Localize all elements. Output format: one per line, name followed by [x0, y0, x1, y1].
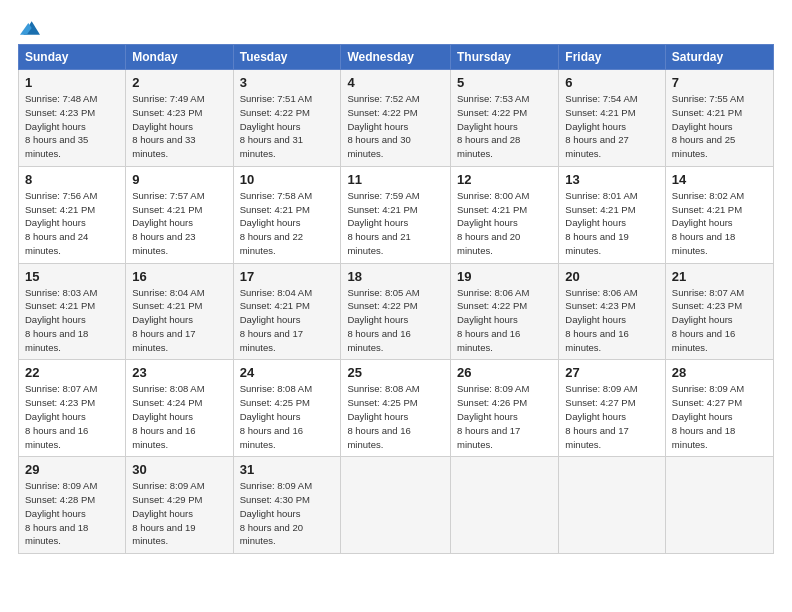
calendar-week-3: 15Sunrise: 8:03 AMSunset: 4:21 PMDayligh…	[19, 263, 774, 360]
calendar-week-4: 22Sunrise: 8:07 AMSunset: 4:23 PMDayligh…	[19, 360, 774, 457]
day-number: 24	[240, 365, 335, 380]
day-number: 28	[672, 365, 767, 380]
day-info: Sunrise: 8:08 AMSunset: 4:25 PMDaylight …	[347, 382, 444, 451]
day-info: Sunrise: 7:51 AMSunset: 4:22 PMDaylight …	[240, 92, 335, 161]
day-number: 25	[347, 365, 444, 380]
day-number: 8	[25, 172, 119, 187]
empty-cell	[665, 457, 773, 554]
calendar-day-12: 12Sunrise: 8:00 AMSunset: 4:21 PMDayligh…	[451, 166, 559, 263]
day-number: 5	[457, 75, 552, 90]
calendar-day-7: 7Sunrise: 7:55 AMSunset: 4:21 PMDaylight…	[665, 70, 773, 167]
page: SundayMondayTuesdayWednesdayThursdayFrid…	[0, 0, 792, 612]
header	[18, 18, 774, 34]
day-info: Sunrise: 8:09 AMSunset: 4:30 PMDaylight …	[240, 479, 335, 548]
day-info: Sunrise: 8:08 AMSunset: 4:25 PMDaylight …	[240, 382, 335, 451]
day-number: 29	[25, 462, 119, 477]
calendar-week-5: 29Sunrise: 8:09 AMSunset: 4:28 PMDayligh…	[19, 457, 774, 554]
col-header-monday: Monday	[126, 45, 233, 70]
day-info: Sunrise: 7:49 AMSunset: 4:23 PMDaylight …	[132, 92, 226, 161]
calendar-day-4: 4Sunrise: 7:52 AMSunset: 4:22 PMDaylight…	[341, 70, 451, 167]
col-header-sunday: Sunday	[19, 45, 126, 70]
day-info: Sunrise: 8:09 AMSunset: 4:29 PMDaylight …	[132, 479, 226, 548]
day-info: Sunrise: 8:06 AMSunset: 4:22 PMDaylight …	[457, 286, 552, 355]
calendar-day-23: 23Sunrise: 8:08 AMSunset: 4:24 PMDayligh…	[126, 360, 233, 457]
calendar-day-15: 15Sunrise: 8:03 AMSunset: 4:21 PMDayligh…	[19, 263, 126, 360]
col-header-friday: Friday	[559, 45, 666, 70]
calendar-day-29: 29Sunrise: 8:09 AMSunset: 4:28 PMDayligh…	[19, 457, 126, 554]
day-number: 20	[565, 269, 659, 284]
calendar-day-11: 11Sunrise: 7:59 AMSunset: 4:21 PMDayligh…	[341, 166, 451, 263]
day-info: Sunrise: 8:05 AMSunset: 4:22 PMDaylight …	[347, 286, 444, 355]
day-number: 6	[565, 75, 659, 90]
calendar: SundayMondayTuesdayWednesdayThursdayFrid…	[18, 44, 774, 554]
day-info: Sunrise: 7:52 AMSunset: 4:22 PMDaylight …	[347, 92, 444, 161]
day-number: 4	[347, 75, 444, 90]
empty-cell	[341, 457, 451, 554]
day-info: Sunrise: 7:54 AMSunset: 4:21 PMDaylight …	[565, 92, 659, 161]
day-number: 27	[565, 365, 659, 380]
logo-icon	[20, 18, 40, 38]
day-number: 23	[132, 365, 226, 380]
col-header-thursday: Thursday	[451, 45, 559, 70]
day-number: 21	[672, 269, 767, 284]
day-number: 11	[347, 172, 444, 187]
day-number: 22	[25, 365, 119, 380]
day-info: Sunrise: 8:01 AMSunset: 4:21 PMDaylight …	[565, 189, 659, 258]
day-info: Sunrise: 8:04 AMSunset: 4:21 PMDaylight …	[240, 286, 335, 355]
calendar-day-3: 3Sunrise: 7:51 AMSunset: 4:22 PMDaylight…	[233, 70, 341, 167]
calendar-day-9: 9Sunrise: 7:57 AMSunset: 4:21 PMDaylight…	[126, 166, 233, 263]
day-info: Sunrise: 8:02 AMSunset: 4:21 PMDaylight …	[672, 189, 767, 258]
day-number: 19	[457, 269, 552, 284]
calendar-day-16: 16Sunrise: 8:04 AMSunset: 4:21 PMDayligh…	[126, 263, 233, 360]
day-number: 31	[240, 462, 335, 477]
day-info: Sunrise: 8:09 AMSunset: 4:28 PMDaylight …	[25, 479, 119, 548]
calendar-day-22: 22Sunrise: 8:07 AMSunset: 4:23 PMDayligh…	[19, 360, 126, 457]
day-number: 12	[457, 172, 552, 187]
day-info: Sunrise: 7:59 AMSunset: 4:21 PMDaylight …	[347, 189, 444, 258]
calendar-week-1: 1Sunrise: 7:48 AMSunset: 4:23 PMDaylight…	[19, 70, 774, 167]
calendar-day-2: 2Sunrise: 7:49 AMSunset: 4:23 PMDaylight…	[126, 70, 233, 167]
calendar-day-18: 18Sunrise: 8:05 AMSunset: 4:22 PMDayligh…	[341, 263, 451, 360]
day-number: 7	[672, 75, 767, 90]
day-info: Sunrise: 8:07 AMSunset: 4:23 PMDaylight …	[25, 382, 119, 451]
calendar-day-24: 24Sunrise: 8:08 AMSunset: 4:25 PMDayligh…	[233, 360, 341, 457]
calendar-header-row: SundayMondayTuesdayWednesdayThursdayFrid…	[19, 45, 774, 70]
calendar-day-6: 6Sunrise: 7:54 AMSunset: 4:21 PMDaylight…	[559, 70, 666, 167]
day-info: Sunrise: 7:56 AMSunset: 4:21 PMDaylight …	[25, 189, 119, 258]
calendar-day-27: 27Sunrise: 8:09 AMSunset: 4:27 PMDayligh…	[559, 360, 666, 457]
col-header-saturday: Saturday	[665, 45, 773, 70]
day-number: 26	[457, 365, 552, 380]
calendar-day-17: 17Sunrise: 8:04 AMSunset: 4:21 PMDayligh…	[233, 263, 341, 360]
day-info: Sunrise: 8:00 AMSunset: 4:21 PMDaylight …	[457, 189, 552, 258]
col-header-wednesday: Wednesday	[341, 45, 451, 70]
day-info: Sunrise: 8:09 AMSunset: 4:26 PMDaylight …	[457, 382, 552, 451]
day-info: Sunrise: 8:08 AMSunset: 4:24 PMDaylight …	[132, 382, 226, 451]
day-info: Sunrise: 7:57 AMSunset: 4:21 PMDaylight …	[132, 189, 226, 258]
calendar-day-28: 28Sunrise: 8:09 AMSunset: 4:27 PMDayligh…	[665, 360, 773, 457]
calendar-day-13: 13Sunrise: 8:01 AMSunset: 4:21 PMDayligh…	[559, 166, 666, 263]
empty-cell	[559, 457, 666, 554]
day-number: 16	[132, 269, 226, 284]
calendar-day-26: 26Sunrise: 8:09 AMSunset: 4:26 PMDayligh…	[451, 360, 559, 457]
day-info: Sunrise: 8:09 AMSunset: 4:27 PMDaylight …	[565, 382, 659, 451]
calendar-day-10: 10Sunrise: 7:58 AMSunset: 4:21 PMDayligh…	[233, 166, 341, 263]
empty-cell	[451, 457, 559, 554]
day-number: 30	[132, 462, 226, 477]
col-header-tuesday: Tuesday	[233, 45, 341, 70]
calendar-day-19: 19Sunrise: 8:06 AMSunset: 4:22 PMDayligh…	[451, 263, 559, 360]
day-info: Sunrise: 7:58 AMSunset: 4:21 PMDaylight …	[240, 189, 335, 258]
day-number: 3	[240, 75, 335, 90]
day-info: Sunrise: 8:04 AMSunset: 4:21 PMDaylight …	[132, 286, 226, 355]
calendar-day-31: 31Sunrise: 8:09 AMSunset: 4:30 PMDayligh…	[233, 457, 341, 554]
calendar-week-2: 8Sunrise: 7:56 AMSunset: 4:21 PMDaylight…	[19, 166, 774, 263]
day-number: 15	[25, 269, 119, 284]
day-number: 18	[347, 269, 444, 284]
day-number: 14	[672, 172, 767, 187]
calendar-day-21: 21Sunrise: 8:07 AMSunset: 4:23 PMDayligh…	[665, 263, 773, 360]
logo	[18, 18, 40, 34]
calendar-day-30: 30Sunrise: 8:09 AMSunset: 4:29 PMDayligh…	[126, 457, 233, 554]
day-info: Sunrise: 8:09 AMSunset: 4:27 PMDaylight …	[672, 382, 767, 451]
calendar-day-14: 14Sunrise: 8:02 AMSunset: 4:21 PMDayligh…	[665, 166, 773, 263]
calendar-day-8: 8Sunrise: 7:56 AMSunset: 4:21 PMDaylight…	[19, 166, 126, 263]
calendar-day-20: 20Sunrise: 8:06 AMSunset: 4:23 PMDayligh…	[559, 263, 666, 360]
